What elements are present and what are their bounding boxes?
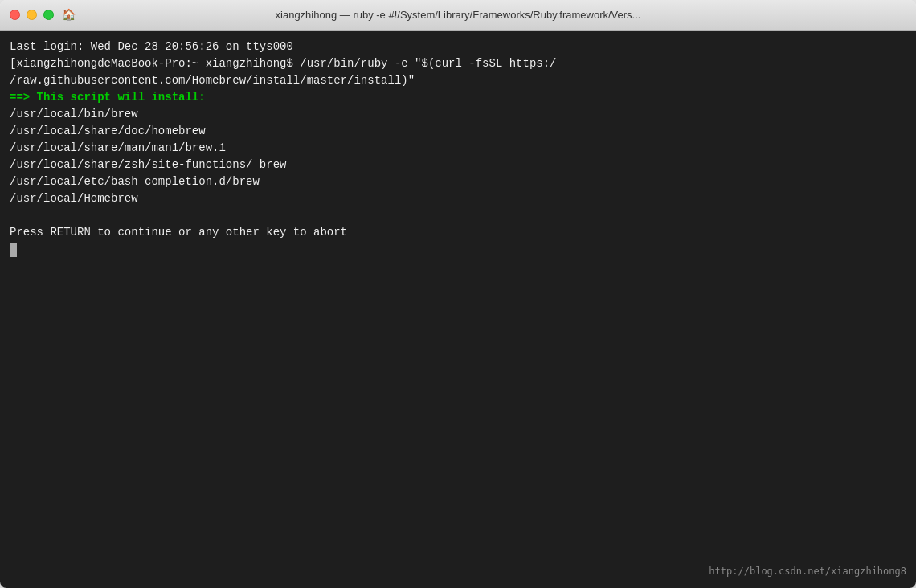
terminal-line: [xiangzhihongdeMacBook-Pro:~ xiangzhihon…	[10, 55, 906, 72]
terminal-line: /raw.githubusercontent.com/Homebrew/inst…	[10, 72, 906, 89]
terminal-icon: 🏠	[62, 8, 76, 22]
terminal-line: /usr/local/bin/brew	[10, 106, 906, 123]
watermark: http://blog.csdn.net/xiangzhihong8	[709, 564, 906, 578]
minimize-button[interactable]	[27, 10, 37, 20]
terminal-body[interactable]: Last login: Wed Dec 28 20:56:26 on ttys0…	[0, 31, 916, 588]
terminal-line: /usr/local/Homebrew	[10, 190, 906, 207]
traffic-lights	[10, 10, 54, 20]
terminal-cursor	[10, 243, 17, 257]
terminal-line: /usr/local/etc/bash_completion.d/brew	[10, 174, 906, 190]
terminal-line: /usr/local/share/man/man1/brew.1	[10, 140, 906, 157]
title-bar: 🏠 xiangzhihong — ruby -e #!/System/Libra…	[0, 0, 916, 31]
cursor-line	[10, 243, 906, 259]
terminal-line: Last login: Wed Dec 28 20:56:26 on ttys0…	[10, 39, 906, 55]
terminal-line: /usr/local/share/doc/homebrew	[10, 123, 906, 140]
terminal-line: /usr/local/share/zsh/site-functions/_bre…	[10, 157, 906, 174]
terminal-line-empty	[10, 207, 906, 224]
terminal-line-prompt: Press RETURN to continue or any other ke…	[10, 224, 906, 241]
terminal-line-install-header: ==> This script will install:	[10, 89, 906, 106]
maximize-button[interactable]	[43, 10, 54, 20]
window-title: xiangzhihong — ruby -e #!/System/Library…	[276, 9, 641, 21]
terminal-window: 🏠 xiangzhihong — ruby -e #!/System/Libra…	[0, 0, 916, 588]
close-button[interactable]	[10, 10, 20, 20]
